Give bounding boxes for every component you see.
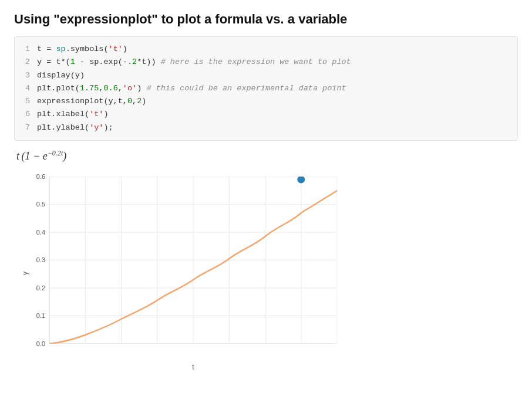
line-number: 6	[22, 108, 30, 121]
chart-container: y t 0.0 0.1 0.2 0.3 0.4 0.5 0.6	[20, 171, 349, 376]
code-text: expressionplot(y,t,0,2)	[37, 95, 510, 108]
line-number: 1	[22, 43, 30, 56]
code-text: plt.ylabel('y');	[37, 121, 510, 134]
code-line-5: 5 expressionplot(y,t,0,2)	[22, 95, 510, 108]
line-number: 3	[22, 69, 30, 82]
code-line-4: 4 plt.plot(1.75,0.6,'o') # this could be…	[22, 82, 510, 95]
page-title: Using "expressionplot" to plot a formula…	[14, 12, 518, 27]
code-text: y = t*(1 - sp.exp(-.2*t)) # here is the …	[37, 56, 510, 69]
line-number: 2	[22, 56, 30, 69]
code-block: 1 t = sp.symbols('t') 2 y = t*(1 - sp.ex…	[14, 36, 518, 141]
code-text: plt.plot(1.75,0.6,'o') # this could be a…	[37, 82, 510, 95]
math-formula: t (1 − e−0.2t)	[14, 149, 518, 162]
code-text: t = sp.symbols('t')	[37, 43, 510, 56]
code-line-2: 2 y = t*(1 - sp.exp(-.2*t)) # here is th…	[22, 56, 510, 69]
code-text: display(y)	[37, 69, 510, 82]
code-line-1: 1 t = sp.symbols('t')	[22, 43, 510, 56]
code-text: plt.xlabel('t')	[37, 108, 510, 121]
line-number: 7	[22, 121, 30, 134]
y-tick-labels: 0.0 0.1 0.2 0.3 0.4 0.5 0.6	[27, 177, 48, 344]
code-line-3: 3 display(y)	[22, 69, 510, 82]
line-number: 5	[22, 95, 30, 108]
x-axis-label: t	[192, 363, 194, 371]
code-line-7: 7 plt.ylabel('y');	[22, 121, 510, 134]
svg-point-16	[298, 177, 305, 183]
line-number: 4	[22, 82, 30, 95]
chart-svg: 0.00 0.25 0.50 0.75 1.00 1.25 1.50 1.75 …	[49, 177, 337, 344]
code-line-6: 6 plt.xlabel('t')	[22, 108, 510, 121]
